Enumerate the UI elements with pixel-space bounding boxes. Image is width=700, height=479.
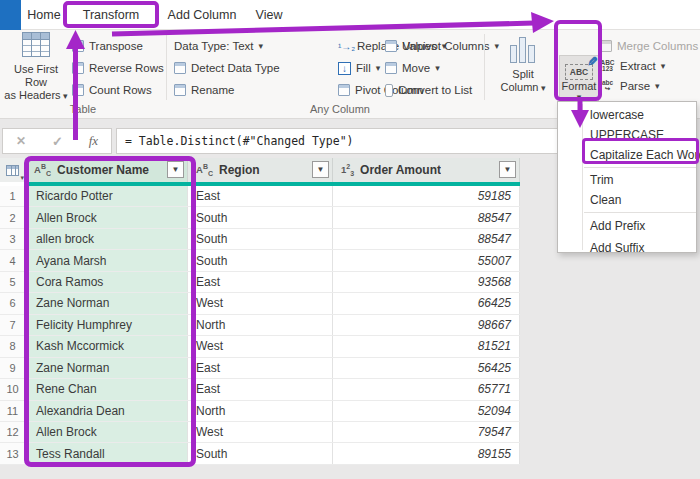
menu-item-add-suffix[interactable]: Add Suffix (558, 237, 696, 259)
column-filter-dropdown[interactable]: ▼ (312, 161, 329, 178)
detect-data-type-button[interactable]: Detect Data Type (174, 57, 280, 79)
unpivot-columns-button[interactable]: Unpivot Columns (385, 35, 499, 57)
column-filter-dropdown[interactable]: ▼ (167, 161, 184, 178)
cell-customer-name[interactable]: Allen Brock (26, 422, 188, 442)
cell-customer-name[interactable]: Ricardo Potter (26, 186, 188, 206)
row-number[interactable]: 6 (0, 293, 26, 313)
cell-customer-name[interactable]: Tess Randall (26, 443, 188, 463)
row-number[interactable]: 10 (0, 379, 26, 399)
table-row: 3 allen brock South 88547 (0, 229, 520, 250)
cell-order-amount[interactable]: 52094 (333, 401, 520, 421)
menu-item-uppercase[interactable]: UPPERCASE (558, 125, 696, 145)
cell-region[interactable]: East (188, 272, 333, 292)
reverse-rows-button[interactable]: Reverse Rows (72, 57, 164, 79)
row-number[interactable]: 11 (0, 401, 26, 421)
cell-customer-name[interactable]: Rene Chan (26, 379, 188, 399)
cell-customer-name[interactable]: Allen Brock (26, 207, 188, 227)
row-number[interactable]: 4 (0, 250, 26, 270)
cell-region[interactable]: West (188, 422, 333, 442)
cell-region[interactable]: East (188, 186, 333, 206)
row-number[interactable]: 7 (0, 315, 26, 335)
fx-icon[interactable] (89, 133, 98, 149)
cell-region[interactable]: West (188, 336, 333, 356)
cell-order-amount[interactable]: 55007 (333, 250, 520, 270)
row-number[interactable]: 5 (0, 272, 26, 292)
cell-customer-name[interactable]: Ayana Marsh (26, 250, 188, 270)
cell-customer-name[interactable]: Zane Norman (26, 293, 188, 313)
cell-region[interactable]: East (188, 358, 333, 378)
cell-region[interactable]: South (188, 207, 333, 227)
file-tab-edge[interactable] (0, 0, 21, 30)
row-number[interactable]: 12 (0, 422, 26, 442)
cell-order-amount[interactable]: 98667 (333, 315, 520, 335)
menu-item-clean[interactable]: Clean (558, 190, 696, 210)
rename-button[interactable]: Rename (174, 79, 280, 101)
data-type-button[interactable]: Data Type: Text (174, 35, 280, 57)
cell-order-amount[interactable]: 88547 (333, 229, 520, 249)
cell-region[interactable]: South (188, 229, 333, 249)
format-label: Format (560, 80, 598, 92)
cell-order-amount[interactable]: 66425 (333, 293, 520, 313)
tab-transform[interactable]: Transform (78, 0, 144, 30)
cell-region[interactable]: East (188, 379, 333, 399)
cell-customer-name[interactable]: Cora Ramos (26, 272, 188, 292)
detect-data-type-label: Detect Data Type (191, 62, 280, 74)
convert-to-list-button[interactable]: Convert to List (385, 79, 499, 101)
use-first-row-as-headers-button[interactable]: Use First Row as Headers (2, 32, 70, 103)
row-number[interactable]: 9 (0, 358, 26, 378)
parse-button[interactable]: abc↪ Parse (600, 76, 698, 96)
menu-item-capitalize-each-word[interactable]: Capitalize Each Word (558, 145, 696, 165)
column-header-customer-name[interactable]: ABC Customer Name ▼ (26, 158, 188, 182)
row-number[interactable]: 3 (0, 229, 26, 249)
tab-add-column[interactable]: Add Column (166, 0, 238, 30)
cell-region[interactable]: North (188, 315, 333, 335)
menu-item-lowercase[interactable]: lowercase (558, 105, 696, 125)
row-number[interactable]: 8 (0, 336, 26, 356)
cell-customer-name[interactable]: Felicity Humphrey (26, 315, 188, 335)
column-header-region[interactable]: ABC Region ▼ (188, 158, 333, 182)
cell-customer-name[interactable]: Zane Norman (26, 358, 188, 378)
cell-customer-name[interactable]: Alexandria Dean (26, 401, 188, 421)
column-header-order-amount[interactable]: 123 Order Amount ▼ (333, 158, 520, 182)
cell-order-amount[interactable]: 81521 (333, 336, 520, 356)
menu-item-add-prefix[interactable]: Add Prefix (558, 215, 696, 237)
row-number[interactable]: 1 (0, 186, 26, 206)
split-column-icon (508, 33, 538, 63)
cell-customer-name[interactable]: allen brock (26, 229, 188, 249)
cell-order-amount[interactable]: 79547 (333, 422, 520, 442)
any-column-group-label: Any Column (170, 103, 510, 115)
convert-to-list-icon (385, 84, 393, 97)
row-number[interactable]: 2 (0, 207, 26, 227)
select-all-corner-cell[interactable]: ▾ (0, 158, 26, 182)
cell-customer-name[interactable]: Kash Mccormick (26, 336, 188, 356)
parse-label: Parse (620, 80, 650, 92)
cell-order-amount[interactable]: 65771 (333, 379, 520, 399)
split-column-button[interactable]: Split Column (492, 33, 554, 95)
table-row: 13 Tess Randall South 89155 (0, 443, 520, 464)
cell-region[interactable]: South (188, 250, 333, 270)
split-column-label: Split Column (500, 68, 546, 95)
move-button[interactable]: Move (385, 57, 499, 79)
cell-region[interactable]: North (188, 401, 333, 421)
cell-region[interactable]: South (188, 443, 333, 463)
row-number[interactable]: 13 (0, 443, 26, 463)
tab-view[interactable]: View (250, 0, 288, 30)
merge-columns-button[interactable]: Merge Columns (600, 36, 698, 56)
menu-item-trim[interactable]: Trim (558, 170, 696, 190)
cell-order-amount[interactable]: 88547 (333, 207, 520, 227)
cell-order-amount[interactable]: 89155 (333, 443, 520, 463)
cancel-icon[interactable] (16, 134, 26, 148)
transpose-icon (72, 40, 84, 52)
cell-order-amount[interactable]: 59185 (333, 186, 520, 206)
commit-icon[interactable] (52, 134, 63, 149)
extract-button[interactable]: ABC123 Extract (600, 56, 698, 76)
column-filter-dropdown[interactable]: ▼ (499, 161, 516, 178)
tab-home[interactable]: Home (24, 0, 64, 30)
cell-order-amount[interactable]: 56425 (333, 358, 520, 378)
reverse-rows-label: Reverse Rows (89, 62, 164, 74)
cell-region[interactable]: West (188, 293, 333, 313)
transpose-button[interactable]: Transpose (72, 35, 164, 57)
cell-order-amount[interactable]: 93568 (333, 272, 520, 292)
count-rows-button[interactable]: Count Rows (72, 79, 164, 101)
count-rows-icon (72, 84, 84, 96)
